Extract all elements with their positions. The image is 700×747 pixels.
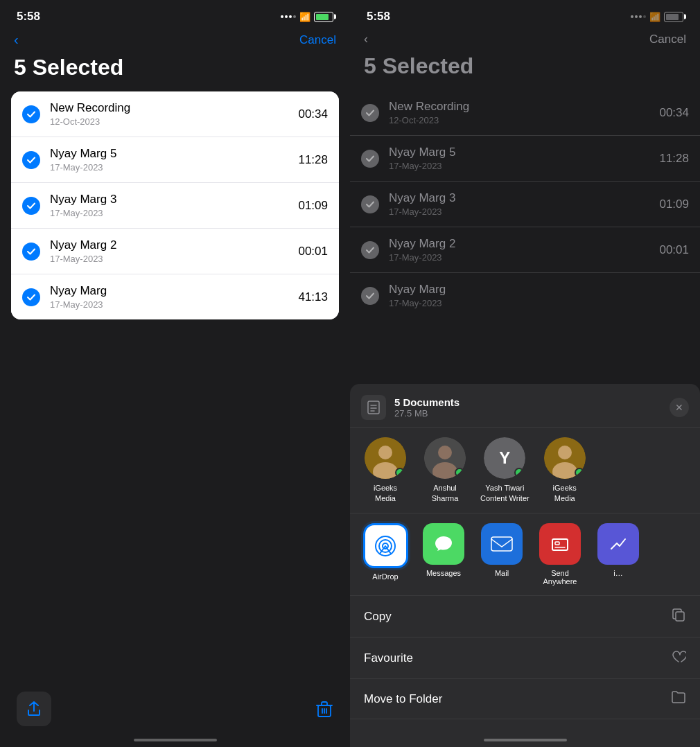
recording-date: 17-May-2023 [50, 254, 298, 264]
delete-button[interactable] [315, 692, 333, 726]
check-icon [361, 150, 379, 168]
right-cancel-button[interactable]: Cancel [649, 33, 686, 46]
wifi-icon: 📶 [299, 12, 310, 22]
recording-name: New Recording [389, 100, 659, 114]
recording-name: Nyay Marg [50, 284, 298, 298]
right-nav-bar: ‹ Cancel [350, 29, 700, 53]
favourite-action[interactable]: Favourite [350, 638, 700, 679]
recording-name: Nyay Marg [389, 283, 689, 297]
recording-duration: 41:13 [298, 290, 328, 304]
table-row[interactable]: Nyay Marg 17-May-2023 41:13 [11, 274, 339, 319]
check-icon [22, 288, 40, 306]
recording-info: Nyay Marg 2 17-May-2023 [389, 237, 659, 263]
folder-icon [671, 690, 686, 708]
recording-duration: 00:34 [659, 106, 689, 120]
recording-date: 17-May-2023 [50, 162, 298, 173]
document-icon [361, 395, 386, 420]
share-sheet-info: 5 Documents 27.5 MB [394, 396, 670, 419]
check-icon [361, 241, 379, 259]
person-item[interactable]: Y Yash TiwariContent Writer [480, 437, 530, 503]
right-status-icons: 📶 [631, 12, 683, 22]
sendanywhere-icon [539, 523, 581, 565]
status-dot [575, 468, 584, 477]
check-icon [361, 287, 379, 305]
recording-name: Nyay Marg 5 [50, 147, 298, 161]
airdrop-icon [363, 523, 408, 568]
status-dot [455, 468, 464, 477]
wifi-icon: 📶 [649, 12, 660, 22]
airdrop-label: AirDrop [372, 572, 398, 581]
favourite-label: Favourite [364, 651, 413, 665]
more-app-item[interactable]: i… [594, 523, 642, 586]
person-name: AnshulSharma [432, 483, 459, 503]
signal-icon [281, 15, 296, 18]
move-to-folder-label: Move to Folder [364, 692, 442, 706]
check-icon [22, 243, 40, 261]
share-sheet: 5 Documents 27.5 MB ✕ [350, 384, 700, 747]
recording-date: 17-May-2023 [50, 299, 298, 310]
recording-duration: 00:34 [298, 107, 328, 121]
left-status-time: 5:58 [17, 10, 40, 24]
mail-icon [481, 523, 523, 565]
share-sheet-close-button[interactable]: ✕ [670, 398, 689, 417]
person-name: iGeeksMedia [374, 483, 397, 503]
recording-duration: 11:28 [659, 152, 689, 166]
svg-rect-14 [491, 537, 512, 551]
recording-duration: 01:09 [298, 199, 328, 213]
left-cancel-button[interactable]: Cancel [299, 33, 336, 47]
recording-name: Nyay Marg 2 [50, 238, 298, 252]
mail-app-item[interactable]: Mail [478, 523, 526, 586]
signal-icon [631, 15, 646, 18]
recording-date: 17-May-2023 [50, 208, 298, 218]
share-sheet-doc-size: 27.5 MB [394, 408, 670, 419]
avatar [365, 437, 406, 479]
left-panel: 5:58 📶 ‹ Cancel 5 Selected New R [0, 0, 350, 747]
recording-name: Nyay Marg 3 [50, 193, 298, 206]
recording-info: Nyay Marg 5 17-May-2023 [50, 147, 298, 173]
left-bottom-bar [0, 692, 350, 726]
check-icon [22, 105, 40, 123]
recording-info: Nyay Marg 5 17-May-2023 [389, 146, 659, 171]
copy-action[interactable]: Copy [350, 596, 700, 638]
recording-date: 17-May-2023 [389, 298, 689, 308]
table-row[interactable]: Nyay Marg 2 17-May-2023 00:01 [11, 229, 339, 274]
person-item[interactable]: iGeeksMedia [361, 437, 410, 503]
recording-date: 17-May-2023 [389, 206, 659, 217]
share-sheet-header: 5 Documents 27.5 MB ✕ [350, 384, 700, 428]
table-row[interactable]: Nyay Marg 3 17-May-2023 01:09 [11, 183, 339, 229]
left-status-bar: 5:58 📶 [0, 0, 350, 29]
sendanywhere-app-item[interactable]: SendAnywhere [536, 523, 584, 586]
recording-date: 12-Oct-2023 [50, 116, 298, 127]
left-page-title: 5 Selected [0, 55, 350, 91]
left-back-button[interactable]: ‹ [14, 32, 19, 48]
left-nav-bar: ‹ Cancel [0, 29, 350, 55]
check-icon [361, 104, 379, 122]
person-item[interactable]: iGeeksMedia [541, 437, 589, 503]
copy-label: Copy [364, 610, 392, 624]
table-row[interactable]: New Recording 12-Oct-2023 00:34 [11, 91, 339, 137]
messages-label: Messages [426, 569, 461, 577]
svg-rect-15 [552, 539, 568, 550]
airdrop-app-item[interactable]: AirDrop [361, 523, 410, 586]
table-row[interactable]: Nyay Marg 5 17-May-2023 11:28 [11, 137, 339, 183]
right-back-button[interactable]: ‹ [364, 32, 368, 46]
avatar [424, 437, 466, 479]
messages-icon [423, 523, 464, 565]
messages-app-item[interactable]: Messages [419, 523, 468, 586]
left-status-icons: 📶 [281, 12, 333, 22]
recording-duration: 00:01 [298, 245, 328, 258]
home-indicator [134, 739, 217, 741]
avatar [544, 437, 586, 479]
person-name: iGeeksMedia [553, 483, 577, 503]
people-row: iGeeksMedia AnshulSharma [350, 428, 700, 513]
status-dot [514, 468, 524, 477]
svg-point-9 [558, 446, 572, 459]
table-row: Nyay Marg 17-May-2023 [350, 273, 700, 318]
share-button[interactable] [17, 692, 51, 726]
check-icon [22, 197, 40, 215]
recording-name: Nyay Marg 2 [389, 237, 659, 251]
person-item[interactable]: AnshulSharma [421, 437, 469, 503]
move-to-folder-action[interactable]: Move to Folder [350, 679, 700, 719]
right-status-time: 5:58 [367, 10, 390, 24]
recording-info: Nyay Marg 3 17-May-2023 [389, 191, 659, 217]
